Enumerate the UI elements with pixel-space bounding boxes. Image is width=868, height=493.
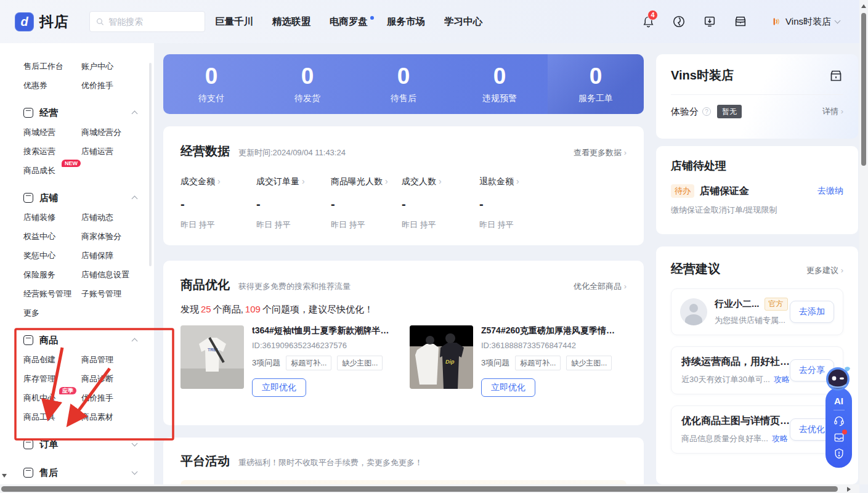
nav-jingxuan-lianmeng[interactable]: 精选联盟 (272, 15, 310, 28)
sidebar-item-shop-operation[interactable]: 店铺运营 (81, 142, 154, 161)
stat-pending-aftersale[interactable]: 0 待售后 (355, 54, 452, 114)
ai-button[interactable]: AI (834, 396, 843, 406)
sidebar-item-mall-operation[interactable]: 商城经营 (23, 123, 81, 142)
sidebar-item-mall-score[interactable]: 商城经营分 (81, 123, 154, 142)
sidebar-item-opportunity-center[interactable]: 商机中心 应季 (23, 388, 81, 407)
sidebar-item-price-promoter[interactable]: 优价推手 (81, 76, 154, 95)
sidebar-item-shop-news[interactable]: 店铺动态 (81, 208, 154, 227)
storefront-icon[interactable] (733, 14, 748, 29)
chevron-down-icon (132, 469, 138, 475)
strategy-link[interactable]: 攻略 (772, 433, 788, 444)
sidebar-item-price-promoter-2[interactable]: 优价推手 (81, 388, 154, 407)
sidebar-group-shop[interactable]: 店铺 (0, 188, 154, 208)
metric-buyers[interactable]: 成交人数 › - 昨日 持平 (402, 176, 479, 230)
nav-qianchuan[interactable]: 巨量千川 (215, 15, 253, 28)
metric-gmv[interactable]: 成交金额 › - 昨日 持平 (180, 176, 256, 230)
stat-violation-warning[interactable]: 0 违规预警 (452, 54, 548, 114)
scroll-up-arrow[interactable] (861, 4, 866, 8)
primary-nav: 巨量千川 精选联盟 电商罗盘 服务市场 学习中心 (215, 15, 482, 28)
sidebar-item-shop-decorate[interactable]: 店铺装修 (23, 208, 81, 227)
scroll-down-arrow[interactable] (2, 474, 7, 478)
sidebar-item-aftersale-workbench[interactable]: 售后工作台 (23, 57, 81, 76)
sidebar-group-operations[interactable]: 经营 (0, 103, 154, 123)
search-input[interactable] (108, 17, 198, 26)
global-search[interactable] (89, 11, 205, 32)
sidebar-item-merchant-score[interactable]: 商家体验分 (81, 227, 154, 246)
download-center-icon[interactable] (702, 14, 717, 29)
suggestion-share-card: 持续运营商品，用好社交... 近30天有效订单30单可... 攻略 去分享 (671, 346, 843, 394)
stat-pending-shipment[interactable]: 0 待发货 (259, 54, 355, 114)
optimize-all-link[interactable]: 优化全部商品 › (574, 281, 627, 292)
metric-order-count[interactable]: 成交订单量 › - 昨日 持平 (256, 176, 331, 230)
security-shield-icon[interactable] (833, 447, 845, 460)
nav-luopan[interactable]: 电商罗盘 (330, 15, 368, 28)
horizontal-scroll-thumb[interactable] (1, 486, 838, 492)
sidebar-item-account-manage[interactable]: 经营账号管理 (23, 284, 81, 303)
issue-tag: 标题可补... (286, 356, 331, 370)
aftersale-icon (23, 468, 33, 478)
sidebar-item-product-growth[interactable]: 商品成长 NEW (23, 161, 81, 180)
sidebar-item-coupons[interactable]: 优惠券 (23, 76, 81, 95)
ai-assistant-mascot[interactable] (824, 364, 853, 393)
metric-refund[interactable]: 退款金额 › - 昨日 持平 (479, 176, 519, 230)
vertical-scrollbar[interactable] (859, 0, 868, 484)
sidebar-scrollbar[interactable] (149, 63, 152, 266)
sidebar-item-subaccount-manage[interactable]: 子账号管理 (81, 284, 154, 303)
nav-learning-center[interactable]: 学习中心 (444, 15, 482, 28)
nav-service-market[interactable]: 服务市场 (387, 15, 425, 28)
product-card-1: TRBL t364#短袖t恤男士夏季新款潮牌半袖... ID:361909635… (180, 325, 397, 397)
score-detail-link[interactable]: 详情 › (822, 106, 843, 117)
season-badge: 应季 (59, 387, 76, 394)
sidebar-item-reward-punish[interactable]: 奖惩中心 (23, 246, 81, 265)
optimize-now-button[interactable]: 立即优化 (252, 378, 306, 397)
sidebar-item-rights-center[interactable]: 权益中心 (23, 227, 81, 246)
horizontal-scrollbar[interactable] (0, 484, 859, 493)
sidebar-item-shop-guarantee[interactable]: 店铺保障 (81, 246, 154, 265)
stat-service-ticket[interactable]: 0 服务工单 (548, 54, 644, 114)
more-suggestions-link[interactable]: 更多建议 › (806, 265, 843, 276)
shop-todo-card: 店铺待处理 待办 店铺保证金 去缴纳 缴纳保证金取消订单/提现限制 (656, 146, 858, 234)
metric-exposure[interactable]: 商品曝光人数 › - 昨日 持平 (331, 176, 402, 230)
sidebar-item-product-create[interactable]: 商品创建 (23, 350, 81, 369)
douyin-shop-logo-icon: d (15, 12, 34, 31)
sidebar-group-products[interactable]: 商品 (0, 330, 154, 350)
notification-count-badge: 4 (647, 10, 658, 20)
sidebar-item-product-tools[interactable]: 商品工具 (23, 407, 81, 426)
notification-bell-icon[interactable]: 4 (641, 14, 655, 29)
sidebar-item-inventory-manage[interactable]: 库存管理 (23, 369, 81, 388)
sidebar-item-insurance[interactable]: 保险服务 (23, 265, 81, 284)
pending-stats-banner: 0 待支付 0 待发货 0 待售后 0 违规预警 0 服务工单 (163, 54, 644, 114)
app-logo[interactable]: d 抖店 (15, 12, 69, 31)
sidebar-item-search-operation[interactable]: 搜索运营 (23, 142, 81, 161)
sidebar-item-more[interactable]: 更多 (23, 303, 81, 322)
pay-deposit-link[interactable]: 去缴纳 (817, 185, 843, 197)
sidebar-item-product-manage[interactable]: 商品管理 (81, 350, 154, 369)
storefront-outline-icon[interactable] (829, 68, 843, 83)
stat-pending-payment[interactable]: 0 待支付 (163, 54, 259, 114)
shop-summary-card: Vins时装店 体验分 ? 暂无 详情 › (656, 54, 858, 139)
view-more-data-link[interactable]: 查看更多数据 › (574, 147, 627, 158)
sidebar-group-aftersale[interactable]: 售后 (0, 463, 154, 483)
chevron-up-icon (132, 196, 138, 202)
add-contact-button[interactable]: 去添加 (790, 301, 834, 323)
question-circle-icon[interactable]: ? (702, 107, 711, 116)
product-image-2[interactable]: Dip (410, 325, 473, 389)
sidebar-group-orders[interactable]: 订单 (0, 434, 154, 454)
customer-service-icon[interactable] (833, 415, 845, 427)
shop-name: Vins时装店 (671, 67, 734, 84)
product-image-1[interactable]: TRBL (180, 325, 244, 389)
scroll-right-arrow[interactable] (847, 487, 851, 492)
sidebar-item-product-material[interactable]: 商品素材 (81, 407, 154, 426)
optimize-now-button[interactable]: 立即优化 (481, 378, 535, 397)
strategy-link[interactable]: 攻略 (774, 374, 790, 385)
help-center-icon[interactable] (671, 14, 686, 29)
sidebar-item-product-diagnose[interactable]: 商品诊断 (81, 369, 154, 388)
message-inbox-icon[interactable] (833, 431, 845, 444)
sidebar-item-shop-info[interactable]: 店铺信息设置 (81, 265, 154, 284)
chevron-down-icon (835, 18, 841, 24)
chevron-down-icon (132, 441, 138, 447)
new-badge: NEW (62, 160, 81, 167)
vertical-scroll-thumb[interactable] (861, 13, 866, 166)
sidebar-item-account-center[interactable]: 账户中心 (81, 57, 154, 76)
account-menu[interactable]: Vins时装店 (770, 16, 840, 28)
